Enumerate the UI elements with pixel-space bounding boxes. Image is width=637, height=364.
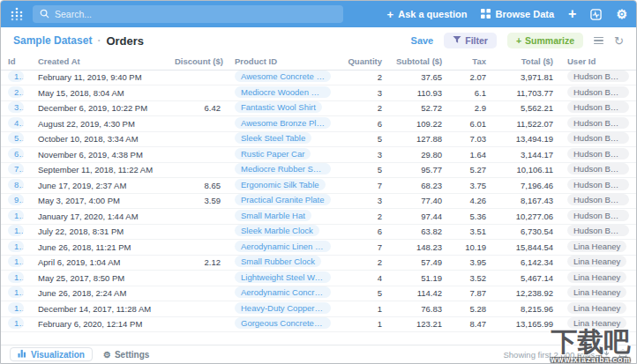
cell-product-id[interactable]: Sleek Marble Clock	[228, 224, 338, 240]
cell-tax[interactable]: 7.03	[449, 131, 493, 147]
cell-value-id[interactable]: 8	[8, 179, 24, 190]
cell-discount[interactable]	[168, 70, 228, 85]
column-header-discount[interactable]: Discount ($)	[168, 54, 228, 70]
cell-discount[interactable]	[168, 301, 228, 317]
cell-value-product-id[interactable]: Fantastic Wool Shirt	[235, 101, 322, 113]
create-button[interactable]: +	[568, 7, 576, 21]
cell-id[interactable]: 5	[1, 131, 31, 147]
cell-value-product-id[interactable]: Sleek Steel Table	[235, 132, 311, 144]
cell-product-id[interactable]: Rustic Paper Car	[228, 147, 338, 163]
cell-total[interactable]: 8,215.96	[493, 301, 560, 317]
cell-quantity[interactable]: 7	[338, 240, 389, 256]
column-header-total[interactable]: Total ($)	[493, 54, 560, 70]
cell-quantity[interactable]: 2	[338, 70, 389, 85]
cell-id[interactable]: 15	[1, 286, 31, 301]
cell-quantity[interactable]: 5	[338, 286, 389, 301]
cell-created-at[interactable]: June 17, 2019, 2:37 AM	[31, 178, 168, 194]
cell-id[interactable]: 12	[1, 240, 31, 256]
cell-created-at[interactable]: April 6, 2019, 1:04 AM	[31, 255, 168, 271]
save-button[interactable]: Save	[411, 35, 434, 46]
cell-discount[interactable]	[168, 85, 228, 101]
cell-quantity[interactable]: 7	[338, 178, 389, 194]
cell-user-id[interactable]: Hudson Borer	[560, 224, 636, 240]
cell-total[interactable]: 11,522.07	[493, 116, 560, 132]
cell-product-id[interactable]: Small Marble Hat	[228, 209, 338, 225]
cell-tax[interactable]: 5.36	[449, 209, 493, 225]
cell-value-user-id[interactable]: Lina Heaney	[567, 302, 626, 314]
cell-discount[interactable]	[168, 116, 228, 132]
cell-discount[interactable]	[168, 147, 228, 163]
summarize-button[interactable]: + Summarize	[507, 33, 583, 48]
cell-discount[interactable]	[168, 271, 228, 286]
cell-id[interactable]: 9	[1, 193, 31, 209]
cell-value-product-id[interactable]: Mediocre Wooden Bench	[235, 86, 331, 98]
cell-value-user-id[interactable]: Hudson Borer	[567, 148, 629, 160]
column-header-user-id[interactable]: User Id	[560, 54, 636, 70]
cell-created-at[interactable]: August 22, 2019, 4:30 PM	[31, 116, 168, 132]
cell-user-id[interactable]: Hudson Borer	[560, 131, 636, 147]
cell-created-at[interactable]: October 10, 2018, 3:34 AM	[31, 131, 168, 147]
cell-user-id[interactable]: Hudson Borer	[560, 162, 636, 178]
cell-value-user-id[interactable]: Lina Heaney	[567, 271, 626, 283]
view-options-icon[interactable]	[594, 37, 603, 45]
cell-value-id[interactable]: 10	[8, 210, 24, 221]
cell-created-at[interactable]: June 26, 2018, 2:24 AM	[31, 286, 168, 301]
cell-product-id[interactable]: Fantastic Wool Shirt	[228, 100, 338, 116]
cell-total[interactable]: 5,467.14	[493, 271, 560, 286]
cell-created-at[interactable]: February 6, 2020, 12:14 PM	[31, 316, 168, 332]
cell-value-user-id[interactable]: Hudson Borer	[567, 101, 629, 113]
cell-value-id[interactable]: 13	[8, 256, 24, 267]
cell-user-id[interactable]: Hudson Borer	[560, 147, 636, 163]
cell-quantity[interactable]: 2	[338, 255, 389, 271]
cell-created-at[interactable]: July 22, 2018, 8:31 PM	[31, 224, 168, 240]
cell-created-at[interactable]: May 15, 2018, 8:04 AM	[31, 85, 168, 101]
cell-product-id[interactable]: Awesome Concrete Shoes	[228, 70, 338, 85]
cell-subtotal[interactable]: 95.77	[389, 162, 449, 178]
cell-subtotal[interactable]: 110.93	[389, 85, 449, 101]
cell-total[interactable]: 3,144.17	[493, 147, 560, 163]
cell-subtotal[interactable]: 114.42	[389, 286, 449, 301]
cell-tax[interactable]: 4.26	[449, 193, 493, 209]
cell-subtotal[interactable]: 68.23	[389, 178, 449, 194]
cell-tax[interactable]: 6.01	[449, 116, 493, 132]
cell-created-at[interactable]: June 26, 2018, 11:21 PM	[31, 240, 168, 256]
settings-button[interactable]: ⚙ Settings	[103, 350, 149, 360]
cell-total[interactable]: 13,165.99	[493, 316, 560, 332]
cell-value-user-id[interactable]: Lina Heaney	[567, 241, 626, 252]
cell-value-id[interactable]: 7	[8, 163, 24, 175]
cell-subtotal[interactable]: 76.83	[389, 301, 449, 317]
cell-discount[interactable]	[168, 240, 228, 256]
ask-question-button[interactable]: + Ask a question	[387, 8, 468, 21]
gear-icon[interactable]: ⚙	[616, 8, 627, 20]
cell-total[interactable]: 11,703.77	[493, 85, 560, 101]
cell-tax[interactable]: 1.64	[449, 147, 493, 163]
cell-quantity[interactable]: 3	[338, 85, 389, 101]
cell-user-id[interactable]: Lina Heaney	[560, 240, 636, 256]
metabase-logo-icon[interactable]	[10, 7, 24, 21]
cell-id[interactable]: 13	[1, 255, 31, 271]
cell-discount[interactable]	[168, 209, 228, 225]
cell-quantity[interactable]: 4	[338, 271, 389, 286]
cell-created-at[interactable]: May 25, 2017, 8:50 PM	[31, 271, 168, 286]
cell-discount[interactable]	[168, 316, 228, 332]
cell-product-id[interactable]: Awesome Bronze Plate	[228, 116, 338, 132]
cell-value-id[interactable]: 12	[8, 241, 24, 252]
cell-total[interactable]: 15,844.54	[493, 240, 560, 256]
cell-created-at[interactable]: February 11, 2019, 9:40 PM	[31, 70, 168, 85]
cell-tax[interactable]: 3.75	[449, 178, 493, 194]
cell-value-user-id[interactable]: Hudson Borer	[567, 86, 629, 98]
column-header-tax[interactable]: Tax	[449, 54, 493, 70]
cell-value-product-id[interactable]: Aerodynamic Linen Coat	[235, 241, 331, 252]
column-header-subtotal[interactable]: Subtotal ($)	[389, 54, 449, 70]
cell-value-id[interactable]: 5	[8, 132, 24, 144]
cell-value-id[interactable]: 4	[8, 117, 24, 129]
cell-user-id[interactable]: Lina Heaney	[560, 286, 636, 301]
cell-total[interactable]: 8,167.43	[493, 193, 560, 209]
cell-product-id[interactable]: Aerodynamic Linen Coat	[228, 240, 338, 256]
cell-user-id[interactable]: Hudson Borer	[560, 100, 636, 116]
cell-product-id[interactable]: Sleek Steel Table	[228, 131, 338, 147]
cell-discount[interactable]	[168, 286, 228, 301]
cell-value-product-id[interactable]: Practical Granite Plate	[235, 194, 331, 205]
cell-product-id[interactable]: Small Rubber Clock	[228, 255, 338, 271]
cell-value-id[interactable]: 17	[8, 317, 24, 329]
